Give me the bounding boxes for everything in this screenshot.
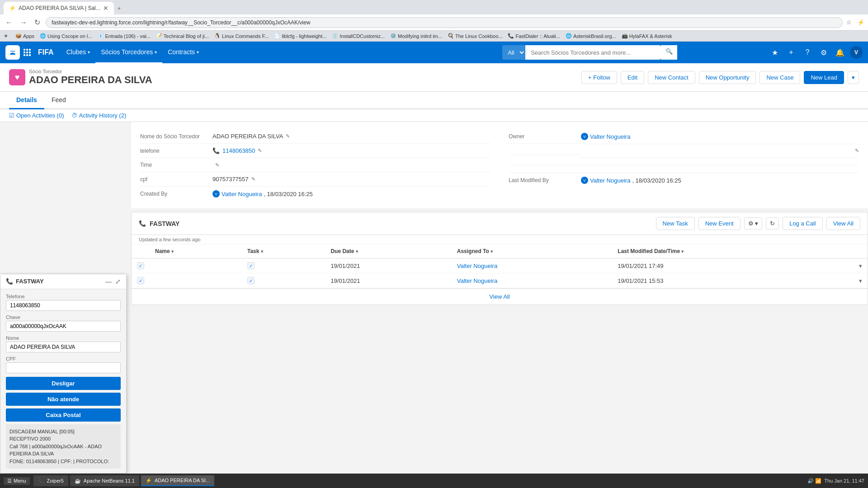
forward-button[interactable]: → bbox=[18, 18, 29, 28]
fastway-telefone-input[interactable] bbox=[6, 300, 121, 311]
record-subnav: Details Feed bbox=[0, 92, 868, 109]
telefone-link[interactable]: 1148063850 bbox=[222, 147, 255, 154]
follow-button[interactable]: + Follow bbox=[581, 71, 617, 84]
browser-tab-active[interactable]: ⚡ ADAO PEREIRA DA SILVA | Sal... ✕ bbox=[4, 2, 114, 14]
field-value-telefone: 📞 1148063850 ✎ bbox=[212, 144, 491, 158]
task-checkbox[interactable]: ✓ bbox=[247, 262, 255, 269]
nav-item-contracts[interactable]: Contracts ▾ bbox=[162, 42, 204, 63]
bookmarks-label: ★ bbox=[4, 33, 8, 39]
bookmark-icon: 🍳 bbox=[448, 33, 454, 39]
created-by-link[interactable]: Valter Nogueira bbox=[222, 191, 262, 197]
new-event-button[interactable]: New Event bbox=[698, 217, 741, 230]
owner-link[interactable]: Valter Nogueira bbox=[590, 133, 630, 140]
col-task[interactable]: Task ▾ bbox=[242, 244, 325, 258]
help-icon[interactable]: ? bbox=[801, 46, 814, 59]
field-label-created-by: Created By bbox=[140, 187, 212, 201]
settings-icon[interactable]: ⚙ ▾ bbox=[744, 217, 763, 230]
search-scope-select[interactable]: All bbox=[502, 45, 525, 60]
assigned-to-link[interactable]: Valter Nogueira bbox=[457, 277, 497, 284]
col-name[interactable]: Name ▾ bbox=[150, 244, 242, 258]
add-icon[interactable]: + bbox=[785, 46, 797, 59]
fastway-nome-input[interactable] bbox=[6, 342, 121, 352]
open-activities-link[interactable]: ☑ Open Activities (0) bbox=[9, 112, 64, 119]
app-name[interactable]: FIFA bbox=[38, 48, 54, 56]
edit-icon[interactable]: ✎ bbox=[258, 148, 262, 154]
activity-history-link[interactable]: ⏱ Activity History (2) bbox=[71, 112, 127, 119]
task-checkbox[interactable]: ✓ bbox=[247, 277, 255, 284]
bookmark-6[interactable]: 💿 InstallCDCustomiz... bbox=[332, 33, 385, 39]
col-assigned-to[interactable]: Assigned To ▾ bbox=[452, 244, 613, 258]
notifications-icon[interactable]: 🔔 bbox=[834, 46, 846, 59]
nav-item-socios[interactable]: Sócios Torcedores ▾ bbox=[95, 42, 162, 63]
bookmark-2[interactable]: 📧 Entrada (106) - val... bbox=[98, 33, 151, 39]
extension-icon[interactable]: ⚡ bbox=[857, 19, 864, 26]
search-icon[interactable]: 🔍 bbox=[661, 45, 677, 60]
bookmark-3[interactable]: 📝 Technical Blog of ji... bbox=[156, 33, 209, 39]
nao-atende-button[interactable]: Não atende bbox=[6, 393, 121, 406]
log-call-button[interactable]: Log a Call bbox=[783, 217, 823, 230]
bookmark-7[interactable]: ⚙️ Modifying initrd im... bbox=[390, 33, 442, 39]
row-checkbox[interactable]: ✓ bbox=[137, 277, 144, 284]
caixa-postal-button[interactable]: Caixa Postal bbox=[6, 408, 121, 422]
new-contact-button[interactable]: New Contact bbox=[648, 71, 695, 84]
nav-item-clubes[interactable]: Clubes ▾ bbox=[61, 42, 96, 63]
bookmark-11[interactable]: 📠 HylaFAX & Asterisk bbox=[622, 33, 672, 39]
record-type-details: Sócio Torcedor ADAO PEREIRA DA SILVA bbox=[29, 69, 152, 86]
new-opportunity-button[interactable]: New Opportunity bbox=[699, 71, 756, 84]
record-type-info: ♥ Sócio Torcedor ADAO PEREIRA DA SILVA bbox=[9, 69, 152, 86]
bookmark-10[interactable]: 🌐 AsteriskBrasil.org... bbox=[566, 33, 616, 39]
edit-button[interactable]: Edit bbox=[621, 71, 644, 84]
user-avatar[interactable]: V bbox=[850, 46, 863, 59]
edit-icon[interactable]: ✎ bbox=[251, 176, 255, 182]
bookmark-1[interactable]: 🌐 Using Cscope on l... bbox=[40, 33, 92, 39]
search-input[interactable] bbox=[525, 45, 661, 60]
back-button[interactable]: ← bbox=[4, 18, 14, 28]
row-checkbox[interactable]: ✓ bbox=[137, 262, 144, 269]
edit-icon[interactable]: ✎ bbox=[286, 133, 290, 139]
bookmark-star-icon[interactable]: ☆ bbox=[846, 19, 852, 26]
bookmark-5[interactable]: 📄 liblcfg - lightweight... bbox=[274, 33, 326, 39]
field-label-owner: Owner bbox=[509, 130, 581, 144]
new-case-button[interactable]: New Case bbox=[760, 71, 800, 84]
assigned-to-link[interactable]: Valter Nogueira bbox=[457, 263, 497, 269]
taskbar-item-netbeans[interactable]: ☕ Apache NetBeans 11.1 bbox=[70, 475, 139, 486]
minimize-button[interactable]: — bbox=[105, 278, 112, 285]
bookmark-9[interactable]: 📞 FastDialer :: Atuali... bbox=[508, 33, 560, 39]
start-button[interactable]: ☰ Menu bbox=[4, 477, 30, 485]
taskbar-item-salesforce[interactable]: ⚡ ADAO PEREIRA DA SI... bbox=[141, 475, 214, 486]
taskbar-item-zoiper[interactable]: 📞 Zoiper5 bbox=[33, 475, 68, 486]
record-type-icon: ♥ bbox=[9, 69, 25, 85]
tab-details[interactable]: Details bbox=[9, 92, 44, 109]
row-more-icon[interactable]: ▾ bbox=[859, 263, 862, 269]
expand-button[interactable]: ⤢ bbox=[115, 278, 121, 285]
fastway-info-text: DISCAGEM MANUAL [00:05] RECEPTIVO 2000 C… bbox=[6, 424, 121, 469]
new-tab-button[interactable]: + bbox=[114, 3, 125, 14]
fastway-chave-input[interactable] bbox=[6, 321, 121, 332]
view-all-button[interactable]: View All bbox=[826, 217, 860, 230]
last-modified-link[interactable]: Valter Nogueira bbox=[590, 177, 630, 184]
edit-icon[interactable]: ✎ bbox=[215, 162, 219, 168]
row-more-icon[interactable]: ▾ bbox=[859, 277, 862, 284]
more-actions-button[interactable]: ▾ bbox=[848, 71, 859, 84]
sf-logo[interactable] bbox=[5, 45, 20, 60]
col-last-modified[interactable]: Last Modified Date/Time ▾ bbox=[612, 244, 854, 258]
tab-close-button[interactable]: ✕ bbox=[103, 5, 108, 12]
bookmark-apps[interactable]: 📦 Apps bbox=[15, 33, 34, 39]
fastway-cpf-input[interactable] bbox=[6, 362, 121, 373]
tab-feed[interactable]: Feed bbox=[44, 92, 73, 109]
address-bar[interactable] bbox=[46, 17, 843, 28]
table-view-all[interactable]: View All bbox=[132, 288, 868, 305]
desligar-button[interactable]: Desligar bbox=[6, 377, 121, 390]
new-task-button[interactable]: New Task bbox=[656, 217, 695, 230]
setup-icon[interactable]: ⚙ bbox=[817, 46, 830, 59]
col-due-date[interactable]: Due Date ▾ bbox=[325, 244, 451, 258]
refresh-icon[interactable]: ↻ bbox=[766, 217, 779, 230]
bookmark-8[interactable]: 🍳 The Linux Cookboo... bbox=[448, 33, 503, 39]
edit-icon-right[interactable]: ✎ bbox=[855, 148, 859, 154]
apps-grid-button[interactable] bbox=[24, 49, 31, 56]
reload-button[interactable]: ↻ bbox=[33, 17, 42, 28]
field-empty-4 bbox=[509, 165, 581, 173]
favorites-icon[interactable]: ★ bbox=[769, 46, 781, 59]
bookmark-4[interactable]: 🐧 Linux Commands F... bbox=[214, 33, 269, 39]
new-lead-button[interactable]: New Lead bbox=[804, 71, 844, 84]
